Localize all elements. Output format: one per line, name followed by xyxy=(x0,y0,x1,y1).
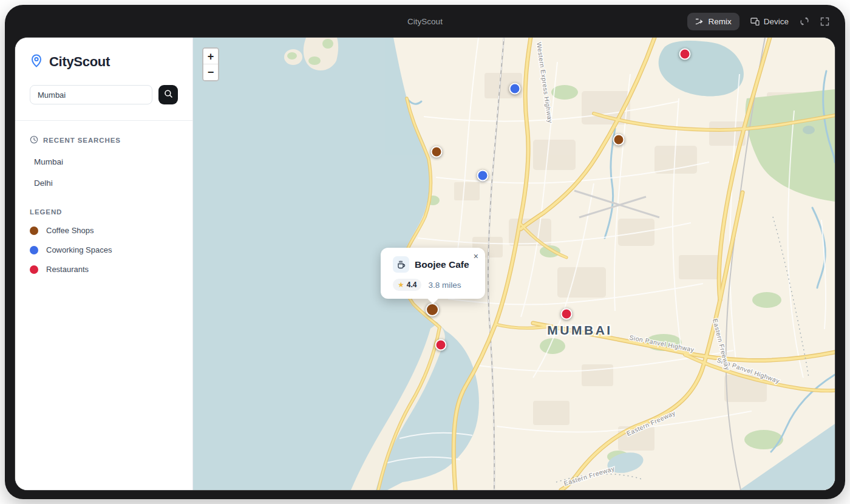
map-marker-coworking[interactable] xyxy=(477,170,489,182)
coffee-cup-icon xyxy=(393,256,409,273)
map-marker-coffee[interactable] xyxy=(613,134,625,146)
legend-item-coworking: Coworking Spaces xyxy=(30,245,178,254)
zoom-control: + − xyxy=(202,47,219,81)
refresh-icon xyxy=(800,16,809,26)
clock-icon xyxy=(30,135,38,145)
remix-button[interactable]: Remix xyxy=(687,13,739,30)
map-marker-coworking[interactable] xyxy=(509,83,521,95)
brand: CityScout xyxy=(30,53,178,70)
device-button[interactable]: Device xyxy=(750,17,789,26)
search-button[interactable] xyxy=(158,85,178,104)
recent-search-item[interactable]: Mumbai xyxy=(30,157,178,166)
search-input[interactable] xyxy=(30,85,152,104)
rating-badge: ★ 4.4 xyxy=(393,279,421,291)
map-marker-coffee[interactable] xyxy=(426,303,439,316)
fullscreen-icon xyxy=(820,17,829,26)
zoom-out-button[interactable]: − xyxy=(203,64,218,80)
coworking-dot-icon xyxy=(30,246,38,254)
popup-distance: 3.8 miles xyxy=(428,281,461,290)
refresh-button[interactable] xyxy=(800,16,809,26)
titlebar: CityScout Remix Device xyxy=(5,5,845,38)
remix-fork-icon xyxy=(695,17,704,26)
legend-header: LEGEND xyxy=(30,208,178,216)
fullscreen-button[interactable] xyxy=(820,17,829,26)
brand-name: CityScout xyxy=(49,54,110,70)
map-popup: × Boojee Cafe ★ 4.4 xyxy=(381,248,485,299)
city-label: MUMBAI xyxy=(547,323,612,337)
popup-close-icon[interactable]: × xyxy=(474,252,478,261)
coffee-dot-icon xyxy=(30,226,38,235)
device-icon xyxy=(750,17,760,26)
app-screen: CityScout R xyxy=(15,38,835,490)
restaurant-dot-icon xyxy=(30,265,38,274)
map-pin-icon xyxy=(30,53,43,70)
popup-place-name: Boojee Cafe xyxy=(415,259,469,270)
legend-item-restaurants: Restaurants xyxy=(30,265,178,274)
recent-search-item[interactable]: Delhi xyxy=(30,179,178,188)
legend-item-coffee: Coffee Shops xyxy=(30,226,178,235)
sidebar: CityScout R xyxy=(15,38,193,490)
zoom-in-button[interactable]: + xyxy=(203,49,218,64)
search-icon xyxy=(164,89,173,100)
star-icon: ★ xyxy=(398,281,404,289)
sidebar-divider xyxy=(15,120,192,121)
map-marker-coffee[interactable] xyxy=(431,146,443,158)
map[interactable]: Western Express Highway Sion Panvel High… xyxy=(193,38,835,490)
map-marker-restaurant[interactable] xyxy=(435,339,447,351)
map-canvas[interactable]: Western Express Highway Sion Panvel High… xyxy=(193,38,835,490)
map-marker-restaurant[interactable] xyxy=(561,308,573,320)
app-window: CityScout Remix Device xyxy=(5,5,845,499)
recent-searches-header: RECENT SEARCHES xyxy=(30,135,178,145)
map-marker-restaurant[interactable] xyxy=(679,49,691,60)
